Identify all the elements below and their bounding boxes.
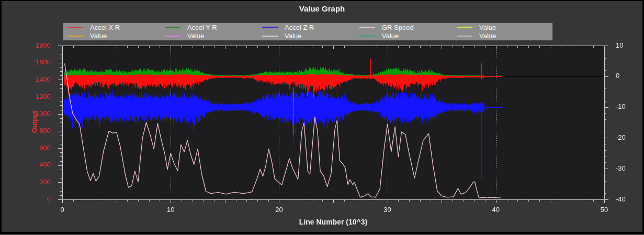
legend-item[interactable]: GR Speed	[355, 24, 453, 31]
legend-item[interactable]: Accel Y R	[161, 24, 258, 31]
legend-item-label: Value	[479, 32, 496, 39]
chart-window: Value Graph Accel X RAccel Y RAccel Z RG…	[0, 0, 644, 235]
left-axis-title: Output	[31, 111, 39, 133]
bottom-axis-title: Line Number (10^3)	[62, 218, 604, 226]
window-bottom-edge	[0, 234, 644, 234]
legend-item-label: Accel Z R	[285, 24, 314, 31]
legend-item[interactable]: Value	[355, 32, 453, 39]
legend-item-label: Value	[479, 24, 496, 31]
legend-item-label: Accel Y R	[187, 24, 217, 31]
legend-swatch-line	[67, 27, 83, 28]
legend-swatch-line	[359, 36, 375, 37]
legend-item[interactable]: Accel Z R	[258, 24, 355, 31]
legend-item-label: Value	[285, 32, 301, 39]
legend-item[interactable]: Value	[453, 32, 550, 39]
legend: Accel X RAccel Y RAccel Z RGR SpeedValue…	[63, 23, 553, 41]
legend-swatch-line	[165, 27, 180, 28]
legend-item[interactable]: Value	[258, 32, 355, 39]
legend-item-label: GR Speed	[382, 24, 414, 31]
legend-swatch-line	[262, 27, 278, 28]
legend-swatch-line	[67, 36, 83, 37]
legend-swatch-line	[165, 36, 180, 37]
legend-item-label: Value	[382, 32, 399, 39]
legend-item-label: Value	[90, 32, 107, 39]
legend-swatch-line	[359, 27, 375, 28]
legend-item[interactable]: Accel X R	[63, 24, 161, 31]
legend-item[interactable]: Value	[63, 32, 161, 39]
legend-item[interactable]: Value	[453, 24, 550, 31]
legend-swatch-line	[262, 36, 278, 37]
legend-swatch-line	[457, 27, 472, 28]
legend-item-label: Value	[187, 32, 204, 39]
legend-item[interactable]: Value	[161, 32, 258, 39]
legend-item-label: Accel X R	[90, 24, 120, 31]
legend-swatch-line	[457, 36, 472, 37]
chart-title: Value Graph	[0, 4, 644, 13]
